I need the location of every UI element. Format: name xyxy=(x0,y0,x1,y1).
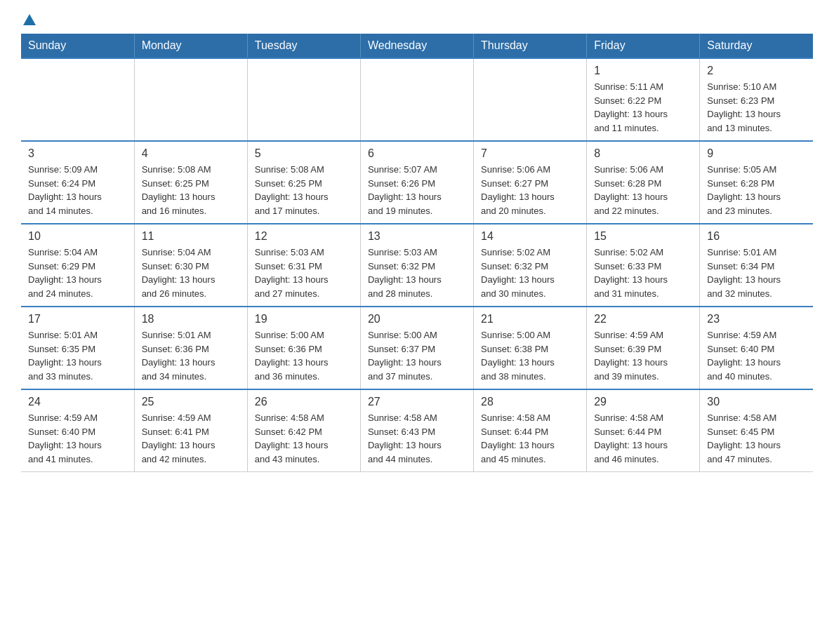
calendar-week-row: 10Sunrise: 5:04 AMSunset: 6:29 PMDayligh… xyxy=(21,224,813,307)
calendar-day-cell: 8Sunrise: 5:06 AMSunset: 6:28 PMDaylight… xyxy=(587,141,700,224)
day-number: 22 xyxy=(594,313,692,326)
calendar-body: 1Sunrise: 5:11 AMSunset: 6:22 PMDaylight… xyxy=(21,58,813,472)
calendar-day-cell: 25Sunrise: 4:59 AMSunset: 6:41 PMDayligh… xyxy=(134,389,247,472)
day-info: Sunrise: 5:01 AMSunset: 6:36 PMDaylight:… xyxy=(142,328,240,383)
day-info: Sunrise: 5:09 AMSunset: 6:24 PMDaylight:… xyxy=(28,163,127,217)
calendar-table: SundayMondayTuesdayWednesdayThursdayFrid… xyxy=(21,34,813,472)
day-info: Sunrise: 5:00 AMSunset: 6:38 PMDaylight:… xyxy=(481,328,579,383)
calendar-day-cell: 23Sunrise: 4:59 AMSunset: 6:40 PMDayligh… xyxy=(700,307,813,389)
calendar-day-cell: 11Sunrise: 5:04 AMSunset: 6:30 PMDayligh… xyxy=(134,224,247,307)
calendar-day-cell: 1Sunrise: 5:11 AMSunset: 6:22 PMDaylight… xyxy=(587,58,700,141)
calendar-day-cell: 24Sunrise: 4:59 AMSunset: 6:40 PMDayligh… xyxy=(21,389,134,472)
day-number: 19 xyxy=(255,313,353,326)
calendar-day-cell: 5Sunrise: 5:08 AMSunset: 6:25 PMDaylight… xyxy=(247,141,360,224)
calendar-day-cell xyxy=(474,58,587,141)
calendar-day-cell: 19Sunrise: 5:00 AMSunset: 6:36 PMDayligh… xyxy=(247,307,360,389)
calendar-day-cell: 18Sunrise: 5:01 AMSunset: 6:36 PMDayligh… xyxy=(134,307,247,389)
calendar-day-cell xyxy=(134,58,247,141)
day-of-week-header: Saturday xyxy=(700,34,813,58)
calendar-week-row: 24Sunrise: 4:59 AMSunset: 6:40 PMDayligh… xyxy=(21,389,813,472)
day-info: Sunrise: 5:00 AMSunset: 6:36 PMDaylight:… xyxy=(255,328,353,383)
day-info: Sunrise: 5:10 AMSunset: 6:23 PMDaylight:… xyxy=(707,80,806,135)
day-info: Sunrise: 5:11 AMSunset: 6:22 PMDaylight:… xyxy=(594,80,692,135)
day-info: Sunrise: 5:00 AMSunset: 6:37 PMDaylight:… xyxy=(368,328,466,383)
day-number: 16 xyxy=(707,230,806,243)
logo-triangle-icon xyxy=(23,14,36,25)
day-info: Sunrise: 4:59 AMSunset: 6:39 PMDaylight:… xyxy=(594,328,692,383)
calendar-day-cell: 27Sunrise: 4:58 AMSunset: 6:43 PMDayligh… xyxy=(360,389,473,472)
day-number: 18 xyxy=(142,313,240,326)
calendar-day-cell: 2Sunrise: 5:10 AMSunset: 6:23 PMDaylight… xyxy=(700,58,813,141)
calendar-day-cell: 26Sunrise: 4:58 AMSunset: 6:42 PMDayligh… xyxy=(247,389,360,472)
day-number: 15 xyxy=(594,230,692,243)
page-header xyxy=(21,14,813,27)
day-number: 9 xyxy=(707,147,806,160)
day-info: Sunrise: 5:02 AMSunset: 6:33 PMDaylight:… xyxy=(594,246,692,300)
day-info: Sunrise: 5:06 AMSunset: 6:28 PMDaylight:… xyxy=(594,163,692,217)
calendar-week-row: 3Sunrise: 5:09 AMSunset: 6:24 PMDaylight… xyxy=(21,141,813,224)
calendar-day-cell xyxy=(360,58,473,141)
day-number: 26 xyxy=(255,396,353,408)
calendar-day-cell xyxy=(247,58,360,141)
day-number: 21 xyxy=(481,313,579,326)
calendar-day-cell: 22Sunrise: 4:59 AMSunset: 6:39 PMDayligh… xyxy=(587,307,700,389)
day-info: Sunrise: 4:59 AMSunset: 6:40 PMDaylight:… xyxy=(707,328,806,383)
day-info: Sunrise: 5:01 AMSunset: 6:34 PMDaylight:… xyxy=(707,246,806,300)
day-info: Sunrise: 5:06 AMSunset: 6:27 PMDaylight:… xyxy=(481,163,579,217)
day-number: 3 xyxy=(28,147,127,160)
day-number: 6 xyxy=(368,147,466,160)
calendar-day-cell: 28Sunrise: 4:58 AMSunset: 6:44 PMDayligh… xyxy=(474,389,587,472)
day-info: Sunrise: 5:03 AMSunset: 6:31 PMDaylight:… xyxy=(255,246,353,300)
day-number: 8 xyxy=(594,147,692,160)
calendar-day-cell: 6Sunrise: 5:07 AMSunset: 6:26 PMDaylight… xyxy=(360,141,473,224)
calendar-day-cell: 7Sunrise: 5:06 AMSunset: 6:27 PMDaylight… xyxy=(474,141,587,224)
calendar-day-cell: 29Sunrise: 4:58 AMSunset: 6:44 PMDayligh… xyxy=(587,389,700,472)
calendar-day-cell: 12Sunrise: 5:03 AMSunset: 6:31 PMDayligh… xyxy=(247,224,360,307)
day-info: Sunrise: 5:04 AMSunset: 6:29 PMDaylight:… xyxy=(28,246,127,300)
calendar-day-cell: 16Sunrise: 5:01 AMSunset: 6:34 PMDayligh… xyxy=(700,224,813,307)
day-info: Sunrise: 5:08 AMSunset: 6:25 PMDaylight:… xyxy=(255,163,353,217)
day-number: 28 xyxy=(481,396,579,408)
calendar-day-cell xyxy=(21,58,134,141)
calendar-day-cell: 17Sunrise: 5:01 AMSunset: 6:35 PMDayligh… xyxy=(21,307,134,389)
calendar-day-cell: 14Sunrise: 5:02 AMSunset: 6:32 PMDayligh… xyxy=(474,224,587,307)
day-number: 27 xyxy=(368,396,466,408)
day-of-week-header: Friday xyxy=(587,34,700,58)
day-info: Sunrise: 4:58 AMSunset: 6:45 PMDaylight:… xyxy=(707,411,806,466)
logo xyxy=(21,14,36,27)
day-number: 7 xyxy=(481,147,579,160)
day-info: Sunrise: 4:58 AMSunset: 6:43 PMDaylight:… xyxy=(368,411,466,466)
day-info: Sunrise: 4:59 AMSunset: 6:40 PMDaylight:… xyxy=(28,411,127,466)
calendar-day-cell: 10Sunrise: 5:04 AMSunset: 6:29 PMDayligh… xyxy=(21,224,134,307)
day-info: Sunrise: 5:05 AMSunset: 6:28 PMDaylight:… xyxy=(707,163,806,217)
day-number: 13 xyxy=(368,230,466,243)
day-number: 10 xyxy=(28,230,127,243)
calendar-day-cell: 9Sunrise: 5:05 AMSunset: 6:28 PMDaylight… xyxy=(700,141,813,224)
calendar-day-cell: 3Sunrise: 5:09 AMSunset: 6:24 PMDaylight… xyxy=(21,141,134,224)
day-info: Sunrise: 5:01 AMSunset: 6:35 PMDaylight:… xyxy=(28,328,127,383)
day-of-week-header: Monday xyxy=(134,34,247,58)
day-info: Sunrise: 5:02 AMSunset: 6:32 PMDaylight:… xyxy=(481,246,579,300)
day-number: 24 xyxy=(28,396,127,408)
day-number: 23 xyxy=(707,313,806,326)
day-info: Sunrise: 4:58 AMSunset: 6:42 PMDaylight:… xyxy=(255,411,353,466)
day-header-row: SundayMondayTuesdayWednesdayThursdayFrid… xyxy=(21,34,813,58)
day-of-week-header: Thursday xyxy=(474,34,587,58)
calendar-day-cell: 15Sunrise: 5:02 AMSunset: 6:33 PMDayligh… xyxy=(587,224,700,307)
calendar-day-cell: 20Sunrise: 5:00 AMSunset: 6:37 PMDayligh… xyxy=(360,307,473,389)
day-info: Sunrise: 5:08 AMSunset: 6:25 PMDaylight:… xyxy=(142,163,240,217)
day-info: Sunrise: 4:58 AMSunset: 6:44 PMDaylight:… xyxy=(594,411,692,466)
day-info: Sunrise: 5:07 AMSunset: 6:26 PMDaylight:… xyxy=(368,163,466,217)
day-info: Sunrise: 4:58 AMSunset: 6:44 PMDaylight:… xyxy=(481,411,579,466)
day-number: 2 xyxy=(707,65,806,77)
calendar-day-cell: 13Sunrise: 5:03 AMSunset: 6:32 PMDayligh… xyxy=(360,224,473,307)
calendar-day-cell: 21Sunrise: 5:00 AMSunset: 6:38 PMDayligh… xyxy=(474,307,587,389)
day-info: Sunrise: 5:04 AMSunset: 6:30 PMDaylight:… xyxy=(142,246,240,300)
calendar-day-cell: 30Sunrise: 4:58 AMSunset: 6:45 PMDayligh… xyxy=(700,389,813,472)
day-info: Sunrise: 5:03 AMSunset: 6:32 PMDaylight:… xyxy=(368,246,466,300)
day-number: 1 xyxy=(594,65,692,77)
day-number: 12 xyxy=(255,230,353,243)
day-number: 29 xyxy=(594,396,692,408)
day-number: 30 xyxy=(707,396,806,408)
day-info: Sunrise: 4:59 AMSunset: 6:41 PMDaylight:… xyxy=(142,411,240,466)
